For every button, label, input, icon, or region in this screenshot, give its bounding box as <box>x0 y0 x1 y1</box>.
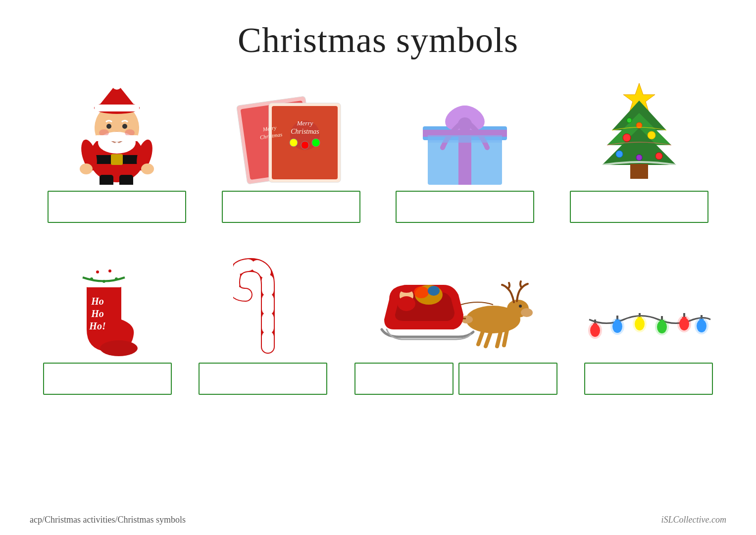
page: Christmas symbols <box>0 0 756 535</box>
svg-rect-46 <box>428 135 502 143</box>
svg-point-22 <box>99 129 109 136</box>
svg-text:Merry: Merry <box>296 119 313 127</box>
svg-rect-24 <box>95 135 139 141</box>
footer-left: acp/Christmas activities/Christmas symbo… <box>30 515 186 525</box>
svg-point-53 <box>648 131 655 139</box>
lights-label-box[interactable] <box>584 363 713 395</box>
svg-rect-3 <box>100 175 113 185</box>
item-cards: Merry Christmas Merry Christmas <box>217 76 365 223</box>
svg-point-26 <box>115 142 119 146</box>
svg-line-73 <box>478 330 483 344</box>
svg-point-36 <box>312 139 320 147</box>
row-2: Ho Ho Ho! <box>30 248 726 395</box>
svg-point-97 <box>588 322 602 339</box>
svg-point-64 <box>108 269 111 272</box>
svg-point-60 <box>90 277 93 280</box>
svg-point-56 <box>655 153 662 160</box>
sleigh-label-box[interactable] <box>354 363 454 395</box>
footer-right: iSLCollective.com <box>661 515 726 525</box>
svg-point-100 <box>655 319 669 335</box>
svg-text:Christmas: Christmas <box>291 128 319 135</box>
tree-image <box>570 76 708 185</box>
svg-point-83 <box>400 285 413 293</box>
item-lights <box>584 248 713 395</box>
svg-line-75 <box>497 332 501 346</box>
item-gift <box>391 76 539 223</box>
svg-line-74 <box>486 332 491 346</box>
svg-point-35 <box>301 141 309 149</box>
svg-point-99 <box>633 316 647 332</box>
svg-rect-15 <box>95 105 139 111</box>
svg-rect-51 <box>630 164 648 179</box>
svg-text:Ho: Ho <box>91 296 104 307</box>
cards-label-box[interactable] <box>222 191 360 223</box>
gift-label-box[interactable] <box>396 191 534 223</box>
svg-point-98 <box>610 318 624 335</box>
sleigh-reindeer-labels <box>354 363 557 395</box>
page-title: Christmas symbols <box>30 20 726 61</box>
svg-point-57 <box>636 155 642 160</box>
lights-image <box>584 248 713 357</box>
svg-point-71 <box>521 308 533 317</box>
svg-point-55 <box>616 151 623 158</box>
cards-image: Merry Christmas Merry Christmas <box>222 76 360 185</box>
gift-image <box>396 76 534 185</box>
item-candy-cane <box>199 248 327 395</box>
row-1: Merry Christmas Merry Christmas <box>30 76 726 223</box>
svg-point-62 <box>115 277 118 280</box>
svg-point-17 <box>122 124 127 129</box>
svg-point-23 <box>125 129 135 136</box>
svg-point-80 <box>414 286 429 298</box>
item-stocking: Ho Ho Ho! <box>43 248 172 395</box>
svg-point-72 <box>519 305 522 308</box>
svg-line-76 <box>504 330 507 345</box>
svg-point-16 <box>106 124 111 129</box>
item-tree <box>565 76 713 223</box>
stocking-label-box[interactable] <box>43 363 172 395</box>
item-sleigh <box>354 248 557 395</box>
svg-point-10 <box>141 163 154 174</box>
svg-text:Ho: Ho <box>91 308 104 319</box>
svg-point-25 <box>115 148 119 152</box>
svg-point-101 <box>677 316 691 332</box>
candy-image <box>233 248 293 357</box>
svg-point-9 <box>80 163 93 174</box>
candy-label-box[interactable] <box>199 363 327 395</box>
santa-label-box[interactable] <box>48 191 186 223</box>
svg-rect-2 <box>111 154 123 165</box>
svg-point-102 <box>695 318 708 334</box>
item-santa <box>43 76 191 223</box>
svg-point-58 <box>627 118 632 123</box>
svg-rect-4 <box>119 175 133 185</box>
svg-point-63 <box>96 270 99 273</box>
sleigh-image <box>379 248 533 357</box>
stocking-image: Ho Ho Ho! <box>62 248 153 357</box>
svg-point-34 <box>290 139 298 147</box>
svg-point-52 <box>623 134 631 142</box>
svg-point-61 <box>102 280 105 283</box>
svg-point-81 <box>428 286 440 296</box>
santa-image <box>48 76 186 185</box>
footer: acp/Christmas activities/Christmas symbo… <box>30 515 726 525</box>
svg-text:Ho!: Ho! <box>89 321 105 331</box>
reindeer-label-box[interactable] <box>458 363 557 395</box>
tree-label-box[interactable] <box>570 191 708 223</box>
svg-point-84 <box>398 296 415 311</box>
svg-point-68 <box>100 340 138 356</box>
